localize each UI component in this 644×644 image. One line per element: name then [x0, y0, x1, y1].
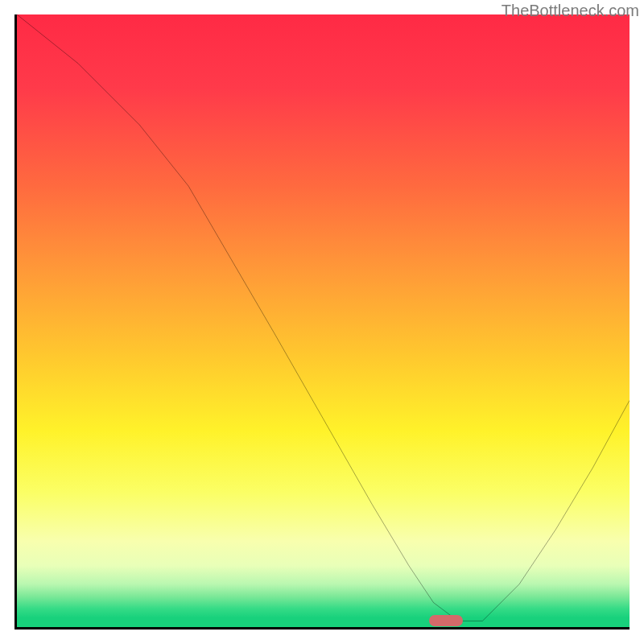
bottleneck-chart: TheBottleneck.com — [0, 0, 644, 644]
severity-gradient — [17, 14, 630, 627]
optimal-marker — [429, 615, 463, 626]
attribution-text: TheBottleneck.com — [502, 2, 639, 20]
plot-area — [14, 14, 630, 630]
